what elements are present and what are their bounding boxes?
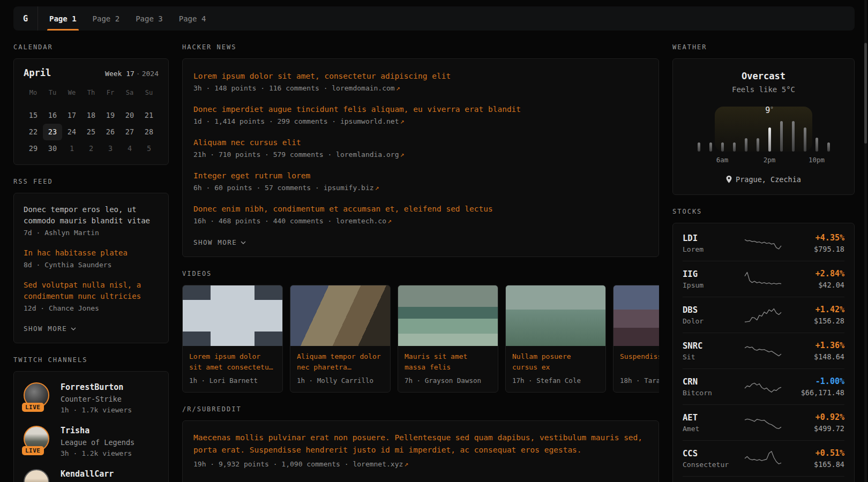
video-title-link[interactable]: Nullam posuere cursus ex xyxy=(512,351,599,373)
section-title-subreddit: /R/SUBREDDIT xyxy=(182,405,659,413)
reddit-post: Maecenas mollis pulvinar erat non posuer… xyxy=(193,432,648,468)
stock-row[interactable]: CCSConsectetur +0.51%$165.84 xyxy=(683,440,844,476)
stock-change: +0.92% xyxy=(791,412,844,422)
rss-item: Sed volutpat nulla nisl, a condimentum n… xyxy=(24,280,159,312)
hn-item-link[interactable]: Aliquam nec cursus elit xyxy=(193,137,648,148)
calendar-day: 22 xyxy=(24,124,43,140)
video-card[interactable]: Lorem ipsum dolor sit amet consectetu… 1… xyxy=(182,285,283,393)
video-title-link[interactable]: Mauris sit amet massa felis xyxy=(405,351,491,373)
weekday-label: Mo xyxy=(24,86,43,100)
weather-feels-like: Feels like 5°C xyxy=(682,85,845,94)
twitch-channel[interactable]: LIVE ForrestBurton Counter-Strike 1h · 1… xyxy=(24,382,159,414)
stock-ticker: SNRC xyxy=(683,341,735,351)
video-thumbnail xyxy=(506,285,605,346)
hn-item-meta: 3h · 148 points · 116 comments · loremdo… xyxy=(193,84,648,92)
video-thumbnail xyxy=(398,285,498,346)
hn-meta-text: 1d · 1,414 points · 299 comments · ipsum… xyxy=(193,117,399,125)
rss-item-link[interactable]: Sed volutpat nulla nisl, a condimentum n… xyxy=(24,280,159,302)
calendar-day-next-month: 4 xyxy=(120,140,139,157)
twitch-channel-meta: 3h · 1.2k viewers xyxy=(61,449,134,457)
stock-row[interactable]: LDILorem +4.35%$795.18 xyxy=(683,225,844,261)
rss-show-more-button[interactable]: SHOW MORE xyxy=(24,325,76,333)
stock-row[interactable]: IIGIpsum +2.84%$42.04 xyxy=(683,261,844,297)
tab-page-3[interactable]: Page 3 xyxy=(128,6,171,31)
rss-item-link[interactable]: Donec tempor eros leo, ut commodo mauris… xyxy=(24,204,159,227)
video-thumbnail xyxy=(183,285,282,346)
tab-page-1[interactable]: Page 1 xyxy=(41,6,85,31)
calendar-year: 2024 xyxy=(142,70,159,78)
hn-show-more-button[interactable]: SHOW MORE xyxy=(193,238,246,246)
twitch-channel-game: League of Legends xyxy=(61,438,134,447)
stock-change: +2.84% xyxy=(791,269,844,278)
chevron-down-icon xyxy=(241,241,246,244)
twitch-channels-widget: LIVE ForrestBurton Counter-Strike 1h · 1… xyxy=(13,371,169,482)
twitch-channel[interactable]: LIVE Trisha League of Legends 3h · 1.2k … xyxy=(24,426,159,457)
calendar-day: 21 xyxy=(139,107,159,124)
stock-row[interactable]: AHS +0.46% xyxy=(683,476,844,482)
page-scrollbar[interactable] xyxy=(864,0,867,482)
calendar-day-next-month: 3 xyxy=(101,140,120,157)
top-navigation-bar: G Page 1 Page 2 Page 3 Page 4 xyxy=(13,6,855,31)
video-card[interactable]: Aliquam tempor dolor nec pharetra… 1h · … xyxy=(290,285,391,393)
tab-page-2[interactable]: Page 2 xyxy=(85,6,128,31)
calendar-day: 16 xyxy=(43,107,62,124)
stock-row[interactable]: AETAmet +0.92%$499.72 xyxy=(683,404,844,440)
twitch-channel-meta: 1h · 1.7k viewers xyxy=(61,406,132,414)
stock-row[interactable]: SNRCSit +1.36%$148.64 xyxy=(683,333,844,368)
video-card[interactable]: Suspendisse diam 18h · Tara xyxy=(613,285,659,393)
page-tabs: Page 1 Page 2 Page 3 Page 4 xyxy=(38,6,214,31)
rss-item-meta: 7d · Ashlyn Martin xyxy=(24,229,159,237)
rss-item: Donec tempor eros leo, ut commodo mauris… xyxy=(24,204,159,237)
external-link-icon[interactable]: ↗ xyxy=(399,150,405,159)
external-link-icon[interactable]: ↗ xyxy=(386,217,392,225)
video-card[interactable]: Nullam posuere cursus ex 17h · Stefan Co… xyxy=(505,285,606,393)
hn-item-link[interactable]: Lorem ipsum dolor sit amet, consectetur … xyxy=(193,71,648,82)
calendar-day-next-month: 5 xyxy=(139,140,159,157)
twitch-channel-name: KendallCarr xyxy=(61,469,114,479)
stock-sparkline xyxy=(744,378,782,396)
stock-row[interactable]: DBSDolor +1.42%$156.28 xyxy=(683,297,844,333)
left-column: CALENDAR April Week 17·2024 Mo Tu We Th … xyxy=(13,31,169,482)
stock-ticker: IIG xyxy=(683,269,735,279)
twitch-channel-name: Trisha xyxy=(61,426,134,435)
video-title-link[interactable]: Lorem ipsum dolor sit amet consectetu… xyxy=(189,351,276,373)
stock-price: $165.84 xyxy=(791,460,844,469)
subreddit-widget: Maecenas mollis pulvinar erat non posuer… xyxy=(182,420,659,482)
stocks-widget: LDILorem +4.35%$795.18 IIGIpsum +2.84%$4… xyxy=(672,223,855,482)
rss-item-link[interactable]: In hac habitasse platea xyxy=(24,247,159,259)
stock-name: Consectetur xyxy=(683,461,735,469)
external-link-icon[interactable]: ↗ xyxy=(395,84,400,92)
weather-time-label: 10pm xyxy=(809,156,825,164)
stock-name: Ipsum xyxy=(683,281,735,289)
stock-price: $795.18 xyxy=(791,245,844,253)
stock-change: +0.51% xyxy=(791,448,844,458)
twitch-channel-info: KendallCarr xyxy=(61,469,114,479)
calendar-day: 25 xyxy=(81,124,101,140)
scrollbar-thumb[interactable] xyxy=(864,43,867,144)
stock-price: $42.04 xyxy=(791,281,844,289)
stock-row[interactable]: CRNBitcorn -1.00%$66,171.48 xyxy=(683,368,844,404)
hn-item-link[interactable]: Donec enim nibh, condimentum et accumsan… xyxy=(193,204,648,215)
video-card-body: Aliquam tempor dolor nec pharetra… 1h · … xyxy=(290,346,390,392)
video-title-link[interactable]: Aliquam tempor dolor nec pharetra… xyxy=(297,351,384,373)
twitch-channel[interactable]: KendallCarr xyxy=(24,469,159,482)
rss-item: In hac habitasse platea 8d · Cynthia Sau… xyxy=(24,247,159,269)
video-title-link[interactable]: Suspendisse diam xyxy=(620,351,659,373)
reddit-post-link[interactable]: Maecenas mollis pulvinar erat non posuer… xyxy=(193,432,648,456)
video-meta: 1h · Lori Barnett xyxy=(189,376,276,385)
rss-feed-widget: Donec tempor eros leo, ut commodo mauris… xyxy=(13,193,169,343)
hn-item-link[interactable]: Donec imperdiet augue tincidunt felis al… xyxy=(193,104,648,115)
video-card-body: Mauris sit amet massa felis 7h · Grayson… xyxy=(398,346,498,392)
video-card-body: Suspendisse diam 18h · Tara xyxy=(613,346,659,392)
external-link-icon[interactable]: ↗ xyxy=(403,460,408,468)
hn-item: Donec imperdiet augue tincidunt felis al… xyxy=(193,104,648,125)
external-link-icon[interactable]: ↗ xyxy=(374,184,379,192)
external-link-icon[interactable]: ↗ xyxy=(399,117,405,125)
weather-hour-bar xyxy=(733,142,736,152)
video-card[interactable]: Mauris sit amet massa felis 7h · Grayson… xyxy=(398,285,498,393)
right-column: WEATHER Overcast Feels like 5°C 9° 6am2p… xyxy=(672,31,855,482)
tab-page-4[interactable]: Page 4 xyxy=(171,6,214,31)
hn-item-link[interactable]: Integer eget rutrum lorem xyxy=(193,170,648,182)
video-thumbnail xyxy=(290,285,390,346)
app-logo[interactable]: G xyxy=(13,6,38,31)
